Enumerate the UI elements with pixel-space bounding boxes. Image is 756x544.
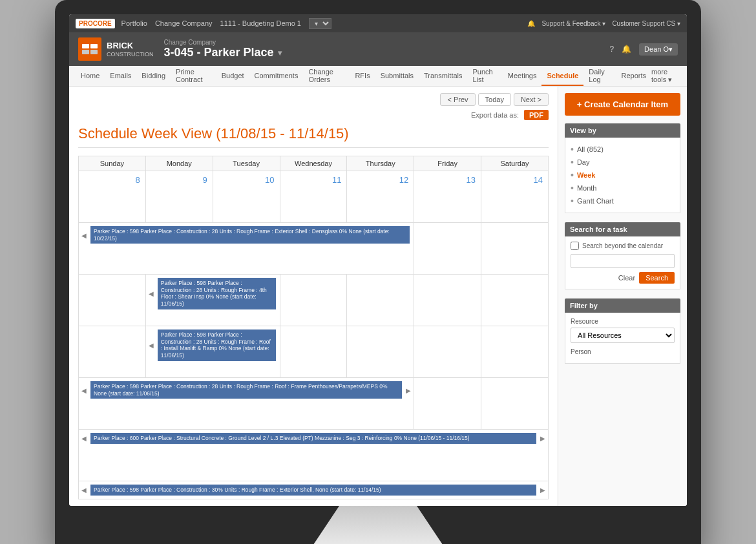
nav-budget[interactable]: Budget [216,66,249,86]
monitor: PROCORE Portfolio Change Company 1111 - … [55,0,701,544]
view-week[interactable]: Week [571,169,675,182]
nav-submittals[interactable]: Submittals [375,66,419,86]
view-month[interactable]: Month [571,182,675,194]
change-company-link[interactable]: Change Company [155,19,213,27]
prev-btn[interactable]: < Prev [440,93,475,106]
empty-sat-2 [481,275,549,326]
day-8: 8 [79,171,146,223]
date-row: 8 9 10 11 12 13 14 [79,171,549,223]
empty-sunday-2 [79,275,146,326]
empty-fri-3 [414,326,481,378]
day-9: 9 [145,171,213,223]
event-row-6: ◀ Parker Place : 598 Parker Place : Cons… [79,481,549,499]
col-wednesday: Wednesday [280,156,347,171]
col-monday: Monday [145,156,213,171]
today-btn[interactable]: Today [478,93,511,106]
nav-prime-contract[interactable]: Prime Contract [171,66,216,86]
event-row-4: ◀ Parker Place : 598 Parker Place : Cons… [79,378,549,430]
event-6-cell: ◀ Parker Place : 598 Parker Place : Cons… [79,481,549,499]
view-by-section: View by All (852) Day Week Month Gantt C… [565,123,680,213]
nav-transmittals[interactable]: Transmittals [419,66,468,86]
notification-bell[interactable]: 🔔 [527,20,535,27]
change-company-text[interactable]: Change Company [164,39,610,46]
nav-commitments[interactable]: Commitments [249,66,304,86]
nav-daily-log[interactable]: Daily Log [583,66,616,86]
notifications-icon[interactable]: 🔔 [622,45,631,54]
calendar-event-5[interactable]: Parker Place : 600 Parker Place : Struct… [90,433,536,444]
brick-logo-icon [81,40,99,58]
app-header: BRICK CONSTRUCTION Change Company 3-045 … [69,32,687,66]
pdf-btn[interactable]: PDF [524,110,549,120]
customer-support-btn[interactable]: Customer Support CS ▾ [612,20,680,27]
calendar-event-2[interactable]: Parker Place : 598 Parker Place : Constr… [158,278,276,309]
help-icon[interactable]: ? [609,45,614,54]
filter-header: Filter by [565,298,680,313]
nav-meetings[interactable]: Meetings [503,66,542,86]
more-tools-btn[interactable]: more tools ▾ [651,68,680,84]
calendar-section: < Prev Today Next > Export data as: PDF … [69,87,558,506]
user-menu-btn[interactable]: Dean O▾ [639,43,678,56]
search-btn[interactable]: Search [639,272,675,284]
filter-section: Filter by Resource All Resources Person [565,298,680,364]
svg-rect-2 [82,50,89,54]
company-sub: CONSTRUCTION [107,51,154,58]
company-logo: BRICK CONSTRUCTION [78,37,154,61]
view-all[interactable]: All (852) [571,143,675,156]
project-info: Change Company 3-045 - Parker Place ▾ [164,39,610,59]
calendar-event-3[interactable]: Parker Place : 598 Parker Place : Constr… [158,330,276,361]
search-actions: Clear Search [571,272,675,284]
calendar-event-6[interactable]: Parker Place : 598 Parker Place : Constr… [90,485,536,496]
svg-rect-3 [90,50,98,54]
search-beyond-label: Search beyond the calendar [571,242,675,250]
nav-rfis[interactable]: RFIs [350,66,375,86]
event-3-cell: ◀ Parker Place : 598 Parker Place : Cons… [145,326,280,378]
day-13: 13 [414,171,481,223]
procore-logo: PROCORE [76,19,115,28]
nav-bar: Home Emails Bidding Prime Contract Budge… [69,66,687,87]
empty-sat-4 [481,378,549,430]
top-bar-right: 🔔 Support & Feedback ▾ Customer Support … [527,20,680,27]
main-content: < Prev Today Next > Export data as: PDF … [69,87,687,506]
day-10: 10 [213,171,280,223]
day-14: 14 [481,171,549,223]
header-icons: ? 🔔 Dean O▾ [609,43,678,56]
event-row-1: ◀ Parker Place : 598 Parker Place : Cons… [79,223,549,275]
empty-fri-2 [414,275,481,326]
calendar-event-4[interactable]: Parker Place : 598 Parker Place : Constr… [90,381,402,399]
search-input[interactable] [571,254,675,268]
nav-change-orders[interactable]: Change Orders [303,66,350,86]
calendar-event-1[interactable]: Parker Place : 598 Parker Place : Constr… [90,226,410,244]
nav-punch-list[interactable]: Punch List [468,66,503,86]
project-select[interactable]: ▾ [309,18,331,29]
nav-emails[interactable]: Emails [105,66,136,86]
nav-bidding[interactable]: Bidding [136,66,171,86]
nav-home[interactable]: Home [76,66,105,86]
create-calendar-item-btn[interactable]: + Create Calendar Item [565,93,680,116]
clear-btn[interactable]: Clear [618,274,635,282]
project-dropdown-arrow[interactable]: ▾ [278,48,282,58]
empty-friday-1 [414,223,481,275]
nav-reports[interactable]: Reports [616,66,651,86]
resource-label: Resource [571,318,675,325]
event-4-cell: ◀ Parker Place : 598 Parker Place : Cons… [79,378,414,430]
top-bar: PROCORE Portfolio Change Company 1111 - … [69,14,687,32]
filter-body: Resource All Resources Person [565,313,680,364]
next-btn[interactable]: Next > [514,93,549,106]
screen: PROCORE Portfolio Change Company 1111 - … [69,14,687,506]
search-beyond-checkbox[interactable] [571,242,579,250]
resource-select[interactable]: All Resources [571,328,675,343]
calendar-nav: < Prev Today Next > [78,93,549,106]
event-row-3: ◀ Parker Place : 598 Parker Place : Cons… [79,326,549,378]
calendar-grid: Sunday Monday Tuesday Wednesday Thursday… [78,156,549,499]
support-feedback-btn[interactable]: Support & Feedback ▾ [541,20,605,27]
event-row-5: ◀ Parker Place : 600 Parker Place : Stru… [79,430,549,481]
empty-wed-2 [280,275,347,326]
event-5-cell: ◀ Parker Place : 600 Parker Place : Stru… [79,430,549,481]
view-gantt[interactable]: Gantt Chart [571,194,675,207]
svg-rect-1 [90,44,98,48]
portfolio-link[interactable]: Portfolio [121,19,147,27]
col-thursday: Thursday [347,156,414,171]
nav-schedule[interactable]: Schedule [541,66,583,86]
empty-fri-4 [414,378,481,430]
view-day[interactable]: Day [571,156,675,169]
